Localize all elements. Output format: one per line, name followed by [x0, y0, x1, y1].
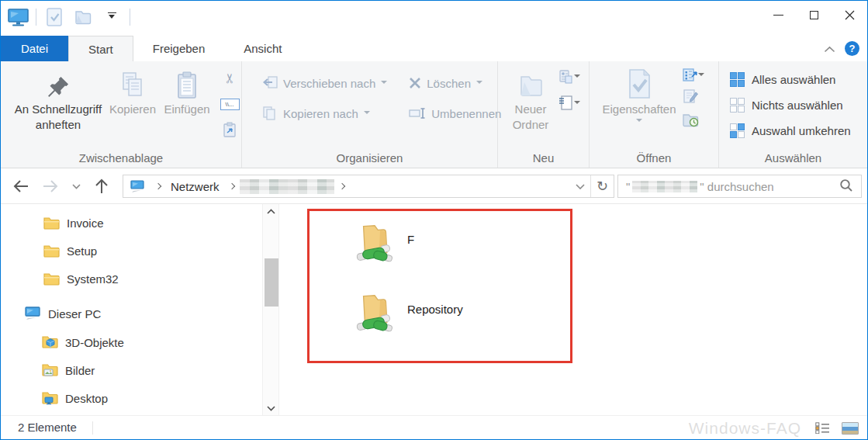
cut-icon[interactable]: ✂ — [220, 67, 239, 90]
scrollbar-thumb[interactable] — [265, 258, 278, 307]
sidebar-item-setup[interactable]: Setup — [43, 239, 97, 262]
sidebar-item-3d-objekte[interactable]: 3D-Objekte — [41, 331, 124, 354]
sidebar-item-desktop[interactable]: Desktop — [41, 386, 108, 410]
pin-label: An Schnellzugriff anheften — [10, 102, 106, 133]
select-none-button[interactable]: Nichts auswählen — [730, 96, 867, 113]
breadcrumb-chevron-icon[interactable] — [155, 183, 161, 189]
desktop-folder-icon — [41, 391, 58, 405]
content-area: Invoice Setup System32 Dieser PC 3D-Obje… — [1, 204, 867, 415]
new-item-button[interactable] — [558, 95, 580, 112]
search-input[interactable]: " " durchsuchen — [617, 175, 862, 198]
sidebar-item-label: System32 — [67, 272, 119, 286]
file-item-f[interactable]: F — [354, 223, 414, 265]
quick-access-toolbar — [7, 6, 130, 28]
item-count: 2 Elemente — [18, 421, 77, 434]
window-controls — [760, 1, 867, 29]
details-view-button[interactable] — [811, 419, 833, 437]
redacted-search-scope — [632, 181, 697, 192]
group-label-open: Öffnen — [590, 151, 718, 165]
breadcrumb-chevron-icon[interactable] — [338, 183, 344, 189]
copy-path-icon[interactable]: \\... — [218, 95, 241, 113]
pictures-folder-icon — [41, 363, 58, 377]
sidebar-scrollbar[interactable] — [262, 204, 279, 415]
dropdown-arrow-icon — [476, 81, 482, 87]
minimize-button[interactable] — [760, 1, 796, 29]
paste-button[interactable]: Einfügen — [159, 61, 215, 139]
breadcrumb-pc-icon[interactable] — [123, 175, 150, 197]
help-button[interactable]: ? — [845, 41, 859, 56]
breadcrumb-chevron-icon[interactable] — [228, 183, 234, 189]
paste-shortcut-icon[interactable] — [218, 120, 241, 139]
tab-share[interactable]: Freigeben — [133, 36, 225, 61]
qat-customize-chevron-icon[interactable] — [101, 6, 123, 28]
move-to-icon — [262, 76, 278, 90]
ribbon-group-organize: Verschieben nach Kopieren nach Löschen — [242, 61, 498, 168]
sidebar-item-invoice[interactable]: Invoice — [43, 211, 104, 234]
this-pc-window-icon — [7, 6, 29, 28]
qat-properties-icon[interactable] — [43, 6, 65, 28]
address-dropdown-chevron-icon[interactable] — [570, 175, 590, 197]
refresh-icon[interactable]: ↻ — [590, 175, 614, 197]
sidebar-item-label: Invoice — [67, 217, 104, 230]
select-none-icon — [730, 98, 745, 113]
scroll-down-icon[interactable] — [263, 401, 278, 415]
qat-new-folder-icon[interactable] — [72, 6, 94, 28]
properties-icon — [626, 67, 652, 99]
scroll-up-icon[interactable] — [263, 204, 278, 218]
large-icons-view-button[interactable] — [839, 419, 861, 437]
group-label-select: Auswählen — [719, 151, 867, 165]
copy-icon — [120, 67, 145, 99]
watermark: Windows-FAQ — [689, 419, 801, 438]
folder-icon — [43, 244, 60, 258]
back-button[interactable] — [10, 175, 32, 197]
sidebar-item-label: Dieser PC — [48, 307, 101, 320]
edit-button[interactable] — [683, 88, 704, 107]
invert-selection-button[interactable]: Auswahl umkehren — [730, 122, 867, 139]
ribbon-group-select: Alles auswählen Nichts auswählen Auswahl… — [719, 61, 867, 168]
ribbon: An Schnellzugriff anheften Kopieren Einf… — [1, 61, 867, 168]
collapse-ribbon-icon[interactable] — [824, 42, 835, 56]
group-label-organize: Organisieren — [242, 151, 497, 165]
3d-objects-folder-icon — [41, 335, 58, 349]
move-to-button[interactable]: Verschieben nach — [262, 74, 387, 92]
open-button[interactable] — [683, 68, 704, 83]
new-folder-icon — [517, 67, 544, 99]
sidebar-item-dieser-pc[interactable]: Dieser PC — [24, 302, 101, 325]
up-button[interactable] — [91, 175, 112, 197]
paste-icon — [175, 67, 199, 99]
search-icon[interactable] — [839, 178, 853, 195]
rename-button[interactable]: Umbenennen — [409, 104, 501, 123]
redacted-server-name — [240, 179, 334, 194]
new-folder-button[interactable]: Neuer Ordner — [506, 61, 555, 133]
new-item-icon — [558, 95, 574, 112]
pin-to-quick-access-button[interactable]: An Schnellzugriff anheften — [10, 61, 106, 139]
maximize-button[interactable] — [796, 1, 832, 29]
properties-button[interactable]: Eigenschaften — [599, 61, 680, 131]
breadcrumb-item-network[interactable]: Netzwerk — [166, 175, 224, 197]
copy-button[interactable]: Kopieren — [106, 61, 159, 139]
qat-separator — [36, 9, 36, 26]
new-folder-label: Neuer Ordner — [506, 102, 555, 133]
copy-to-button[interactable]: Kopieren nach — [262, 104, 387, 123]
network-share-folder-icon — [354, 293, 394, 334]
tab-start[interactable]: Start — [68, 36, 133, 61]
close-button[interactable] — [832, 1, 867, 29]
breadcrumb[interactable]: Netzwerk ↻ — [123, 175, 614, 198]
forward-button[interactable] — [40, 175, 61, 197]
dropdown-arrow-icon — [364, 111, 370, 117]
easy-access-button[interactable] — [558, 69, 580, 85]
tab-file[interactable]: Datei — [1, 36, 68, 61]
recent-locations-chevron-icon[interactable] — [69, 175, 83, 197]
history-button[interactable] — [683, 113, 704, 131]
delete-button[interactable]: Löschen — [409, 74, 501, 92]
select-all-button[interactable]: Alles auswählen — [730, 71, 867, 88]
file-item-repository[interactable]: Repository — [354, 293, 463, 334]
invert-selection-icon — [730, 123, 745, 138]
sidebar-item-bilder[interactable]: Bilder — [41, 359, 95, 382]
dropdown-arrow-icon — [574, 74, 580, 81]
sidebar-item-system32[interactable]: System32 — [43, 267, 119, 290]
copy-to-label: Kopieren nach — [283, 107, 358, 120]
rename-icon — [409, 107, 426, 120]
invert-selection-label: Auswahl umkehren — [752, 124, 851, 137]
tab-view[interactable]: Ansicht — [224, 36, 301, 61]
